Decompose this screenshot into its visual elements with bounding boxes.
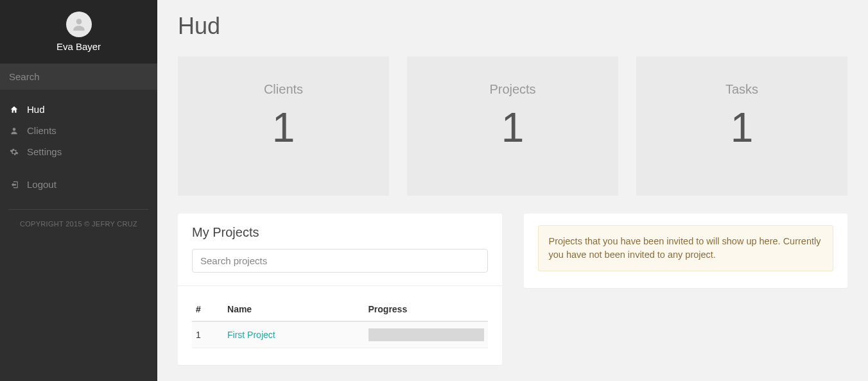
progress-bar [369, 328, 484, 341]
sidebar-item-settings[interactable]: Settings [0, 141, 157, 162]
profile-block: Eva Bayer [0, 0, 157, 64]
projects-search-input[interactable] [192, 249, 488, 273]
table-row: 1 First Project [192, 321, 488, 348]
copyright: COPYRIGHT 2015 © JEFRY CRUZ [0, 216, 157, 228]
cell-num: 1 [192, 321, 223, 348]
sidebar-item-logout[interactable]: Logout [0, 174, 157, 195]
sidebar-divider [9, 209, 148, 210]
gear-icon [9, 147, 19, 157]
col-header-progress: Progress [365, 299, 488, 321]
projects-table: # Name Progress 1 First Project [192, 299, 488, 348]
col-header-name: Name [223, 299, 364, 321]
username: Eva Bayer [0, 41, 157, 52]
stat-projects: Projects 1 [407, 56, 618, 196]
user-icon [9, 126, 19, 136]
stat-clients: Clients 1 [178, 56, 389, 196]
nav-spacer [0, 162, 157, 174]
lower-columns: My Projects # Name Progress 1 First Proj… [178, 214, 847, 365]
sidebar-nav: Hud Clients Settings Logout [0, 90, 157, 195]
stat-value: 1 [413, 107, 612, 148]
stats-row: Clients 1 Projects 1 Tasks 1 [178, 56, 847, 196]
col-header-num: # [192, 299, 223, 321]
svg-point-0 [76, 19, 82, 24]
svg-point-1 [13, 128, 16, 131]
logout-icon [9, 180, 19, 190]
stat-label: Projects [413, 82, 612, 97]
sidebar-item-label: Logout [27, 179, 56, 190]
stat-value: 1 [643, 107, 841, 148]
my-projects-panel: My Projects # Name Progress 1 First Proj… [178, 214, 502, 365]
main-content: Hud Clients 1 Projects 1 Tasks 1 My Proj… [157, 0, 868, 381]
avatar [66, 12, 92, 37]
stat-label: Tasks [643, 82, 841, 97]
sidebar: Eva Bayer Hud Clients Settings [0, 0, 157, 381]
stat-value: 1 [184, 107, 383, 148]
sidebar-item-clients[interactable]: Clients [0, 120, 157, 141]
stat-label: Clients [184, 82, 383, 97]
table-header-row: # Name Progress [192, 299, 488, 321]
home-icon [9, 105, 19, 115]
cell-name: First Project [223, 321, 364, 348]
panel-divider [178, 285, 502, 286]
project-link[interactable]: First Project [227, 330, 275, 340]
sidebar-search-input[interactable] [0, 64, 157, 90]
sidebar-item-label: Clients [27, 125, 56, 136]
cell-progress [365, 321, 488, 348]
sidebar-search-wrap [0, 64, 157, 90]
sidebar-item-hud[interactable]: Hud [0, 99, 157, 120]
page-title: Hud [178, 13, 847, 40]
panel-heading: My Projects [192, 225, 488, 240]
sidebar-item-label: Hud [27, 104, 45, 115]
stat-tasks: Tasks 1 [636, 56, 847, 196]
invited-projects-panel: Projects that you have been invited to w… [524, 214, 848, 288]
sidebar-item-label: Settings [27, 146, 62, 157]
no-invites-alert: Projects that you have been invited to w… [538, 225, 834, 271]
